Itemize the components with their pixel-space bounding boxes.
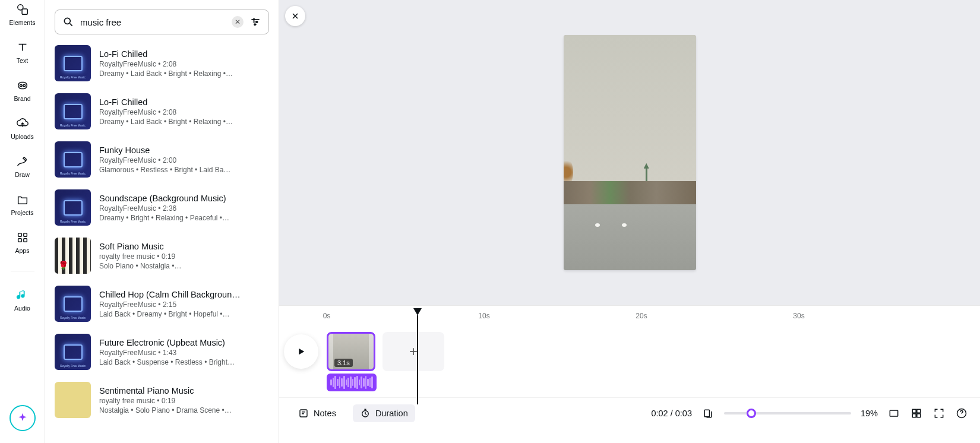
nav-uploads-label: Uploads <box>11 133 34 140</box>
track-info: Sentimental Piano Music royalty free mus… <box>99 382 271 418</box>
magic-button[interactable] <box>10 405 36 431</box>
audio-panel: ✕ Lo-Fi Chilled RoyaltyFreeMusic • 2:08 … <box>45 0 279 443</box>
track-item[interactable]: Sentimental Piano Music royalty free mus… <box>55 376 271 424</box>
nav-apps[interactable]: Apps <box>15 230 30 254</box>
track-info: Lo-Fi Chilled RoyaltyFreeMusic • 2:08 Dr… <box>99 93 271 129</box>
playhead-marker[interactable] <box>413 308 422 315</box>
track-thumbnail <box>55 141 91 178</box>
svg-point-10 <box>253 19 255 20</box>
track-item[interactable]: Funky House RoyaltyFreeMusic • 2:00 Glam… <box>55 135 271 183</box>
track-item[interactable]: Future Electronic (Upbeat Music) Royalty… <box>55 328 271 376</box>
track-info: Future Electronic (Upbeat Music) Royalty… <box>99 334 271 370</box>
clear-search-button[interactable]: ✕ <box>232 16 244 28</box>
search-row: ✕ <box>45 0 279 39</box>
results-list[interactable]: Lo-Fi Chilled RoyaltyFreeMusic • 2:08 Dr… <box>45 39 279 443</box>
fit-icon[interactable] <box>887 407 900 420</box>
add-clip-button[interactable]: + <box>382 332 444 371</box>
track-item[interactable]: Lo-Fi Chilled RoyaltyFreeMusic • 2:08 Dr… <box>55 39 271 87</box>
left-sidebar: Elements Text Brand Uploads Draw Project… <box>0 0 45 443</box>
track-info: Soft Piano Music royalty free music • 0:… <box>99 238 271 274</box>
track-thumbnail <box>55 382 91 418</box>
audio-clip[interactable] <box>327 374 377 391</box>
notes-button[interactable]: Notes <box>291 404 343 422</box>
track-thumbnail <box>55 93 91 129</box>
canvas-frame[interactable] <box>564 35 696 270</box>
nav-projects[interactable]: Projects <box>11 192 34 216</box>
playhead-line[interactable] <box>417 315 418 404</box>
track-item[interactable]: Soundscape (Background Music) RoyaltyFre… <box>55 183 271 232</box>
track-tags: Glamorous • Restless • Bright • Laid Ba… <box>99 166 271 174</box>
close-panel-button[interactable] <box>285 6 305 26</box>
track-item[interactable]: Chilled Hop (Calm Chill Backgroun… Royal… <box>55 280 271 328</box>
svg-point-3 <box>20 84 22 87</box>
nav-uploads[interactable]: Uploads <box>11 116 34 140</box>
duration-button[interactable]: Duration <box>353 404 415 422</box>
track-artist: royalty free music • 0:19 <box>99 397 271 405</box>
nav-draw[interactable]: Draw <box>15 154 30 178</box>
track-item[interactable]: Soft Piano Music royalty free music • 0:… <box>55 232 271 280</box>
track-tags: Dreamy • Bright • Relaxing • Peaceful •… <box>99 214 271 222</box>
track-tags: Solo Piano • Nostalgia •… <box>99 262 271 270</box>
grid-view-icon[interactable] <box>910 407 923 420</box>
track-info: Lo-Fi Chilled RoyaltyFreeMusic • 2:08 Dr… <box>99 45 271 81</box>
svg-point-11 <box>256 21 258 23</box>
track-artist: RoyaltyFreeMusic • 2:00 <box>99 156 271 164</box>
track-tags: Dreamy • Laid Back • Bright • Relaxing •… <box>99 118 271 126</box>
pages-icon[interactable] <box>701 407 715 420</box>
track-info: Chilled Hop (Calm Chill Backgroun… Royal… <box>99 286 271 322</box>
help-icon[interactable] <box>955 407 968 420</box>
nav-text-label: Text <box>17 57 28 64</box>
track-thumbnail <box>55 238 91 274</box>
track-artist: RoyaltyFreeMusic • 2:08 <box>99 60 271 68</box>
track-title: Soft Piano Music <box>99 242 271 251</box>
track-title: Lo-Fi Chilled <box>99 97 271 107</box>
track-info: Funky House RoyaltyFreeMusic • 2:00 Glam… <box>99 141 271 178</box>
ruler-label-20s: 20s <box>636 312 647 320</box>
track-tags: Laid Back • Dreamy • Bright • Hopeful •… <box>99 310 271 318</box>
svg-rect-8 <box>23 239 27 242</box>
nav-text[interactable]: Text <box>15 40 30 64</box>
nav-projects-label: Projects <box>11 209 34 216</box>
time-display: 0:02 / 0:03 <box>651 409 692 418</box>
svg-rect-5 <box>18 233 21 237</box>
ruler-label-30s: 30s <box>793 312 804 320</box>
nav-draw-label: Draw <box>15 171 30 178</box>
track-thumbnail <box>55 334 91 370</box>
text-icon <box>15 40 30 55</box>
zoom-slider-thumb[interactable] <box>747 409 756 418</box>
fullscreen-icon[interactable] <box>932 407 946 420</box>
nav-brand[interactable]: Brand <box>14 78 30 102</box>
timeline-footer: Notes Duration 0:02 / 0:03 19% <box>279 397 980 428</box>
audio-icon <box>15 288 29 302</box>
canvas-water <box>564 204 696 270</box>
zoom-slider[interactable] <box>724 412 851 414</box>
nav-audio[interactable]: Audio <box>14 288 30 312</box>
nav-apps-label: Apps <box>15 247 30 254</box>
track-title: Lo-Fi Chilled <box>99 49 271 59</box>
elements-icon <box>15 2 30 17</box>
track-item[interactable]: Lo-Fi Chilled RoyaltyFreeMusic • 2:08 Dr… <box>55 87 271 135</box>
track-artist: RoyaltyFreeMusic • 2:15 <box>99 300 271 309</box>
audio-track-row <box>279 374 980 397</box>
canvas-swan <box>622 223 627 227</box>
canvas-sky <box>564 35 696 204</box>
track-thumbnail <box>55 189 91 226</box>
search-icon <box>61 15 75 29</box>
brand-icon <box>15 78 30 93</box>
timeline-ruler[interactable]: 0s 10s 20s 30s <box>279 306 980 330</box>
main-area: 0s 10s 20s 30s 3.1s + <box>279 0 980 443</box>
draw-icon <box>15 154 29 169</box>
filter-icon[interactable] <box>248 15 263 29</box>
search-input[interactable] <box>80 17 227 27</box>
svg-rect-19 <box>912 413 916 417</box>
svg-rect-1 <box>22 9 27 14</box>
svg-rect-15 <box>704 410 709 417</box>
clip-duration-label: 3.1s <box>334 359 353 367</box>
apps-icon <box>15 230 30 245</box>
play-button[interactable] <box>284 334 318 369</box>
nav-elements[interactable]: Elements <box>10 2 36 26</box>
canvas-area <box>279 0 980 305</box>
svg-rect-18 <box>917 409 921 413</box>
track-tags: Laid Back • Suspense • Restless • Bright… <box>99 358 271 366</box>
video-clip[interactable]: 3.1s <box>327 332 375 371</box>
